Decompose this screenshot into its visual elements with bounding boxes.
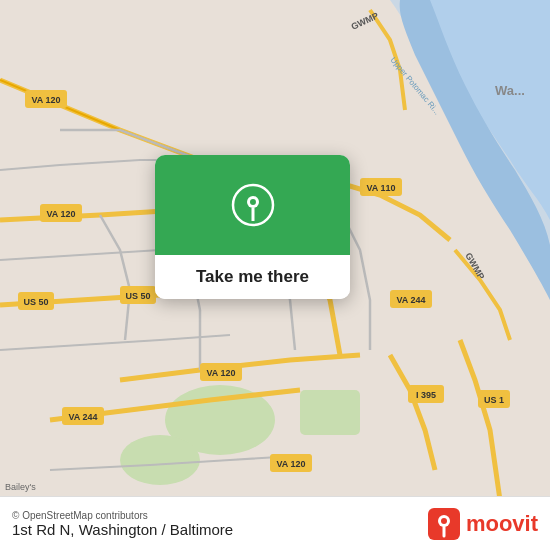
moovit-logo: moovit (428, 508, 538, 540)
bottom-left: © OpenStreetMap contributors 1st Rd N, W… (12, 510, 233, 538)
svg-point-2 (120, 435, 200, 485)
svg-text:Wa...: Wa... (495, 83, 525, 98)
svg-text:US 50: US 50 (125, 291, 150, 301)
map-container: VA 120 VA 120 VA 120 US 50 US 50 VA 244 … (0, 0, 550, 550)
svg-text:VA 110: VA 110 (366, 183, 395, 193)
svg-text:VA 244: VA 244 (396, 295, 425, 305)
popup-green-area (155, 155, 350, 255)
moovit-text: moovit (466, 511, 538, 537)
popup-card: Take me there (155, 155, 350, 299)
location-pin-icon (231, 183, 275, 227)
svg-text:VA 120: VA 120 (31, 95, 60, 105)
svg-text:VA 120: VA 120 (46, 209, 75, 219)
svg-rect-3 (300, 390, 360, 435)
svg-text:VA 244: VA 244 (68, 412, 97, 422)
bottom-bar: © OpenStreetMap contributors 1st Rd N, W… (0, 496, 550, 550)
svg-text:I 395: I 395 (416, 390, 436, 400)
location-label: 1st Rd N, Washington / Baltimore (12, 521, 233, 538)
svg-point-36 (250, 199, 256, 205)
take-me-there-button[interactable]: Take me there (155, 255, 350, 299)
moovit-icon (428, 508, 460, 540)
svg-text:US 1: US 1 (484, 395, 504, 405)
osm-attribution: © OpenStreetMap contributors (12, 510, 233, 521)
svg-text:Bailey's: Bailey's (5, 482, 36, 492)
svg-point-39 (441, 518, 447, 524)
svg-text:VA 120: VA 120 (206, 368, 235, 378)
svg-text:US 50: US 50 (23, 297, 48, 307)
svg-text:VA 120: VA 120 (276, 459, 305, 469)
